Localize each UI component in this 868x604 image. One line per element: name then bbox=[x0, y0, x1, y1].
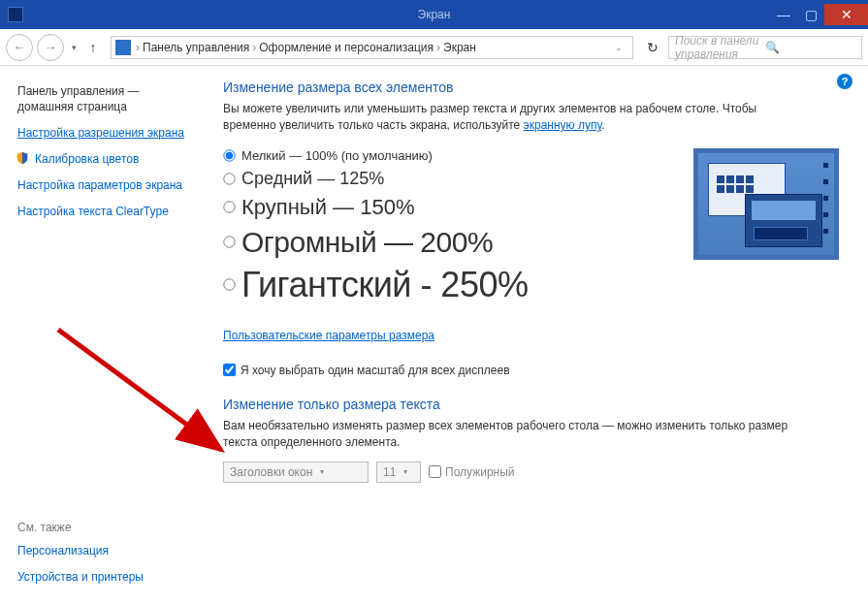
radio-giant[interactable]: Гигантский - 250% bbox=[223, 265, 847, 305]
sidebar-link-calibration[interactable]: Калибровка цветов bbox=[17, 150, 213, 168]
back-button[interactable]: ← bbox=[6, 34, 33, 61]
forward-button[interactable]: → bbox=[37, 34, 64, 61]
breadcrumb-dropdown-icon[interactable]: ⌄ bbox=[609, 43, 628, 52]
bold-checkbox[interactable]: Полужирный bbox=[429, 465, 515, 479]
search-placeholder: Поиск в панели управления bbox=[675, 34, 765, 61]
search-icon: 🔍 bbox=[765, 41, 855, 54]
breadcrumb-item[interactable]: Панель управления bbox=[143, 41, 249, 54]
see-also-heading: См. также bbox=[17, 521, 213, 534]
size-combo[interactable]: 11▾ bbox=[376, 461, 421, 483]
text-size-controls: Заголовки окон▾ 11▾ Полужирный bbox=[223, 461, 847, 483]
app-icon bbox=[8, 7, 23, 22]
single-scale-checkbox[interactable]: Я хочу выбрать один масштаб для всех дис… bbox=[223, 364, 847, 377]
monitor-preview-image bbox=[693, 148, 839, 260]
sidebar-link-personalization[interactable]: Персонализация bbox=[17, 542, 213, 559]
chevron-down-icon: ▾ bbox=[320, 467, 324, 476]
breadcrumb-item[interactable]: Экран bbox=[443, 41, 476, 54]
window-title: Экран bbox=[418, 8, 451, 21]
history-dropdown-icon[interactable]: ▾ bbox=[68, 43, 80, 52]
single-scale-checkbox-input[interactable] bbox=[223, 364, 236, 376]
sidebar-link-params[interactable]: Настройка параметров экрана bbox=[17, 176, 213, 194]
sidebar-link-resolution[interactable]: Настройка разрешения экрана bbox=[17, 124, 213, 142]
sidebar: Панель управления — домашняя страница На… bbox=[0, 66, 213, 604]
sidebar-link-cleartype[interactable]: Настройка текста ClearType bbox=[17, 203, 213, 220]
element-combo[interactable]: Заголовки окон▾ bbox=[223, 461, 369, 483]
navigation-bar: ← → ▾ ↑ › Панель управления › Оформление… bbox=[0, 29, 868, 66]
main-panel: ? Изменение размера всех элементов Вы мо… bbox=[213, 66, 868, 604]
section2-desc: Вам необязательно изменять размер всех э… bbox=[223, 418, 805, 452]
section-heading: Изменение размера всех элементов bbox=[223, 79, 847, 95]
help-icon[interactable]: ? bbox=[837, 74, 852, 89]
close-button[interactable]: ✕ bbox=[824, 4, 868, 25]
breadcrumb-item[interactable]: Оформление и персонализация bbox=[259, 41, 434, 54]
sidebar-home[interactable]: Панель управления — домашняя страница bbox=[17, 83, 213, 114]
search-input[interactable]: Поиск в панели управления 🔍 bbox=[668, 36, 862, 59]
shield-icon bbox=[16, 151, 29, 165]
sidebar-link-devices[interactable]: Устройства и принтеры bbox=[17, 568, 213, 586]
window-titlebar: Экран — ▢ ✕ bbox=[0, 0, 868, 29]
section-desc: Вы можете увеличить или уменьшить размер… bbox=[223, 101, 766, 135]
magnifier-link[interactable]: экранную лупу bbox=[524, 118, 602, 132]
scale-radio-group: Мелкий — 100% (по умолчанию) Средний — 1… bbox=[223, 148, 847, 305]
maximize-button[interactable]: ▢ bbox=[797, 4, 824, 25]
chevron-down-icon: ▾ bbox=[403, 467, 407, 476]
minimize-button[interactable]: — bbox=[770, 4, 797, 25]
custom-size-link[interactable]: Пользовательские параметры размера bbox=[223, 329, 434, 342]
up-button[interactable]: ↑ bbox=[83, 38, 103, 57]
section2-heading: Изменение только размера текста bbox=[223, 397, 847, 412]
refresh-button[interactable]: ↻ bbox=[641, 36, 664, 59]
breadcrumb[interactable]: › Панель управления › Оформление и персо… bbox=[111, 36, 633, 59]
location-icon bbox=[115, 40, 131, 55]
